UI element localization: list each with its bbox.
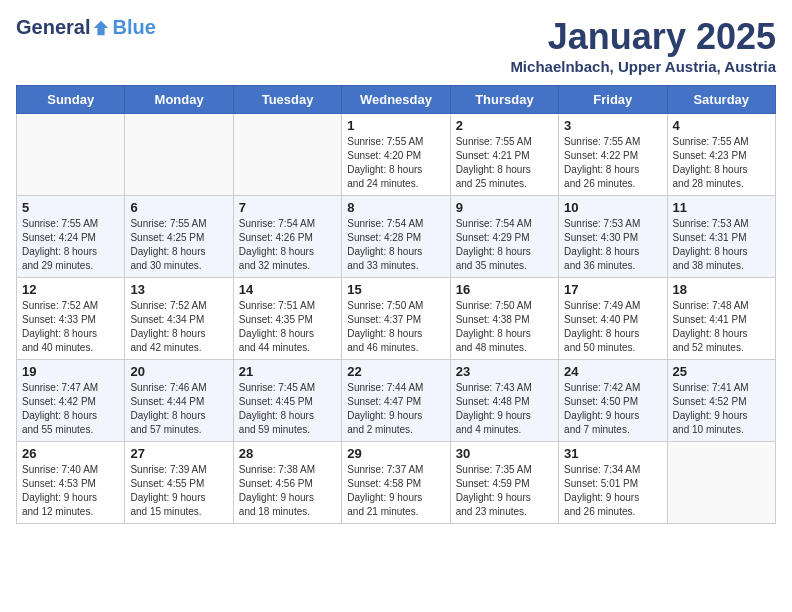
day-info: Sunrise: 7:52 AMSunset: 4:33 PMDaylight:… — [22, 299, 119, 355]
day-number: 22 — [347, 364, 444, 379]
calendar-cell: 29Sunrise: 7:37 AMSunset: 4:58 PMDayligh… — [342, 442, 450, 524]
day-info: Sunrise: 7:44 AMSunset: 4:47 PMDaylight:… — [347, 381, 444, 437]
calendar-week-4: 19Sunrise: 7:47 AMSunset: 4:42 PMDayligh… — [17, 360, 776, 442]
day-number: 30 — [456, 446, 553, 461]
calendar-header-monday: Monday — [125, 86, 233, 114]
day-number: 24 — [564, 364, 661, 379]
calendar-cell: 8Sunrise: 7:54 AMSunset: 4:28 PMDaylight… — [342, 196, 450, 278]
calendar-cell: 28Sunrise: 7:38 AMSunset: 4:56 PMDayligh… — [233, 442, 341, 524]
day-info: Sunrise: 7:49 AMSunset: 4:40 PMDaylight:… — [564, 299, 661, 355]
day-info: Sunrise: 7:38 AMSunset: 4:56 PMDaylight:… — [239, 463, 336, 519]
calendar-cell: 6Sunrise: 7:55 AMSunset: 4:25 PMDaylight… — [125, 196, 233, 278]
calendar-cell: 11Sunrise: 7:53 AMSunset: 4:31 PMDayligh… — [667, 196, 775, 278]
day-info: Sunrise: 7:51 AMSunset: 4:35 PMDaylight:… — [239, 299, 336, 355]
day-number: 5 — [22, 200, 119, 215]
day-info: Sunrise: 7:42 AMSunset: 4:50 PMDaylight:… — [564, 381, 661, 437]
calendar-cell: 31Sunrise: 7:34 AMSunset: 5:01 PMDayligh… — [559, 442, 667, 524]
day-number: 18 — [673, 282, 770, 297]
day-number: 16 — [456, 282, 553, 297]
day-info: Sunrise: 7:45 AMSunset: 4:45 PMDaylight:… — [239, 381, 336, 437]
day-info: Sunrise: 7:55 AMSunset: 4:25 PMDaylight:… — [130, 217, 227, 273]
day-info: Sunrise: 7:55 AMSunset: 4:22 PMDaylight:… — [564, 135, 661, 191]
day-number: 15 — [347, 282, 444, 297]
day-info: Sunrise: 7:40 AMSunset: 4:53 PMDaylight:… — [22, 463, 119, 519]
calendar-cell — [17, 114, 125, 196]
day-number: 6 — [130, 200, 227, 215]
calendar-cell: 7Sunrise: 7:54 AMSunset: 4:26 PMDaylight… — [233, 196, 341, 278]
logo-general: General — [16, 16, 90, 39]
day-info: Sunrise: 7:55 AMSunset: 4:24 PMDaylight:… — [22, 217, 119, 273]
calendar-header-thursday: Thursday — [450, 86, 558, 114]
calendar-cell: 15Sunrise: 7:50 AMSunset: 4:37 PMDayligh… — [342, 278, 450, 360]
day-info: Sunrise: 7:50 AMSunset: 4:37 PMDaylight:… — [347, 299, 444, 355]
day-info: Sunrise: 7:46 AMSunset: 4:44 PMDaylight:… — [130, 381, 227, 437]
day-number: 26 — [22, 446, 119, 461]
calendar-cell: 30Sunrise: 7:35 AMSunset: 4:59 PMDayligh… — [450, 442, 558, 524]
day-info: Sunrise: 7:50 AMSunset: 4:38 PMDaylight:… — [456, 299, 553, 355]
calendar-cell: 25Sunrise: 7:41 AMSunset: 4:52 PMDayligh… — [667, 360, 775, 442]
day-number: 14 — [239, 282, 336, 297]
day-number: 31 — [564, 446, 661, 461]
day-info: Sunrise: 7:34 AMSunset: 5:01 PMDaylight:… — [564, 463, 661, 519]
day-number: 28 — [239, 446, 336, 461]
calendar-cell: 2Sunrise: 7:55 AMSunset: 4:21 PMDaylight… — [450, 114, 558, 196]
day-info: Sunrise: 7:48 AMSunset: 4:41 PMDaylight:… — [673, 299, 770, 355]
calendar-cell — [125, 114, 233, 196]
day-info: Sunrise: 7:55 AMSunset: 4:20 PMDaylight:… — [347, 135, 444, 191]
day-number: 11 — [673, 200, 770, 215]
calendar-cell: 24Sunrise: 7:42 AMSunset: 4:50 PMDayligh… — [559, 360, 667, 442]
day-number: 2 — [456, 118, 553, 133]
day-number: 8 — [347, 200, 444, 215]
day-number: 25 — [673, 364, 770, 379]
calendar-cell: 23Sunrise: 7:43 AMSunset: 4:48 PMDayligh… — [450, 360, 558, 442]
day-number: 12 — [22, 282, 119, 297]
day-info: Sunrise: 7:54 AMSunset: 4:26 PMDaylight:… — [239, 217, 336, 273]
day-info: Sunrise: 7:41 AMSunset: 4:52 PMDaylight:… — [673, 381, 770, 437]
day-info: Sunrise: 7:55 AMSunset: 4:21 PMDaylight:… — [456, 135, 553, 191]
day-info: Sunrise: 7:54 AMSunset: 4:29 PMDaylight:… — [456, 217, 553, 273]
calendar-table: SundayMondayTuesdayWednesdayThursdayFrid… — [16, 85, 776, 524]
title-block: January 2025 Michaelnbach, Upper Austria… — [510, 16, 776, 75]
calendar-cell: 21Sunrise: 7:45 AMSunset: 4:45 PMDayligh… — [233, 360, 341, 442]
logo-icon — [92, 19, 110, 37]
day-number: 4 — [673, 118, 770, 133]
calendar-cell: 9Sunrise: 7:54 AMSunset: 4:29 PMDaylight… — [450, 196, 558, 278]
day-number: 3 — [564, 118, 661, 133]
svg-marker-0 — [94, 20, 108, 34]
page-header: General Blue January 2025 Michaelnbach, … — [16, 16, 776, 75]
calendar-header-row: SundayMondayTuesdayWednesdayThursdayFrid… — [17, 86, 776, 114]
day-number: 17 — [564, 282, 661, 297]
calendar-week-3: 12Sunrise: 7:52 AMSunset: 4:33 PMDayligh… — [17, 278, 776, 360]
calendar-week-2: 5Sunrise: 7:55 AMSunset: 4:24 PMDaylight… — [17, 196, 776, 278]
calendar-cell: 17Sunrise: 7:49 AMSunset: 4:40 PMDayligh… — [559, 278, 667, 360]
day-info: Sunrise: 7:39 AMSunset: 4:55 PMDaylight:… — [130, 463, 227, 519]
month-title: January 2025 — [510, 16, 776, 58]
day-info: Sunrise: 7:52 AMSunset: 4:34 PMDaylight:… — [130, 299, 227, 355]
day-number: 9 — [456, 200, 553, 215]
calendar-header-friday: Friday — [559, 86, 667, 114]
calendar-cell: 1Sunrise: 7:55 AMSunset: 4:20 PMDaylight… — [342, 114, 450, 196]
day-number: 20 — [130, 364, 227, 379]
logo-blue: Blue — [112, 16, 155, 39]
calendar-header-sunday: Sunday — [17, 86, 125, 114]
logo: General Blue — [16, 16, 156, 39]
day-info: Sunrise: 7:37 AMSunset: 4:58 PMDaylight:… — [347, 463, 444, 519]
calendar-header-wednesday: Wednesday — [342, 86, 450, 114]
calendar-cell: 5Sunrise: 7:55 AMSunset: 4:24 PMDaylight… — [17, 196, 125, 278]
day-info: Sunrise: 7:35 AMSunset: 4:59 PMDaylight:… — [456, 463, 553, 519]
day-info: Sunrise: 7:54 AMSunset: 4:28 PMDaylight:… — [347, 217, 444, 273]
day-info: Sunrise: 7:47 AMSunset: 4:42 PMDaylight:… — [22, 381, 119, 437]
day-info: Sunrise: 7:55 AMSunset: 4:23 PMDaylight:… — [673, 135, 770, 191]
location: Michaelnbach, Upper Austria, Austria — [510, 58, 776, 75]
calendar-cell: 22Sunrise: 7:44 AMSunset: 4:47 PMDayligh… — [342, 360, 450, 442]
day-number: 10 — [564, 200, 661, 215]
calendar-cell: 20Sunrise: 7:46 AMSunset: 4:44 PMDayligh… — [125, 360, 233, 442]
calendar-week-5: 26Sunrise: 7:40 AMSunset: 4:53 PMDayligh… — [17, 442, 776, 524]
day-info: Sunrise: 7:43 AMSunset: 4:48 PMDaylight:… — [456, 381, 553, 437]
day-number: 29 — [347, 446, 444, 461]
day-number: 7 — [239, 200, 336, 215]
calendar-cell — [667, 442, 775, 524]
calendar-cell: 27Sunrise: 7:39 AMSunset: 4:55 PMDayligh… — [125, 442, 233, 524]
calendar-cell: 18Sunrise: 7:48 AMSunset: 4:41 PMDayligh… — [667, 278, 775, 360]
calendar-cell: 16Sunrise: 7:50 AMSunset: 4:38 PMDayligh… — [450, 278, 558, 360]
